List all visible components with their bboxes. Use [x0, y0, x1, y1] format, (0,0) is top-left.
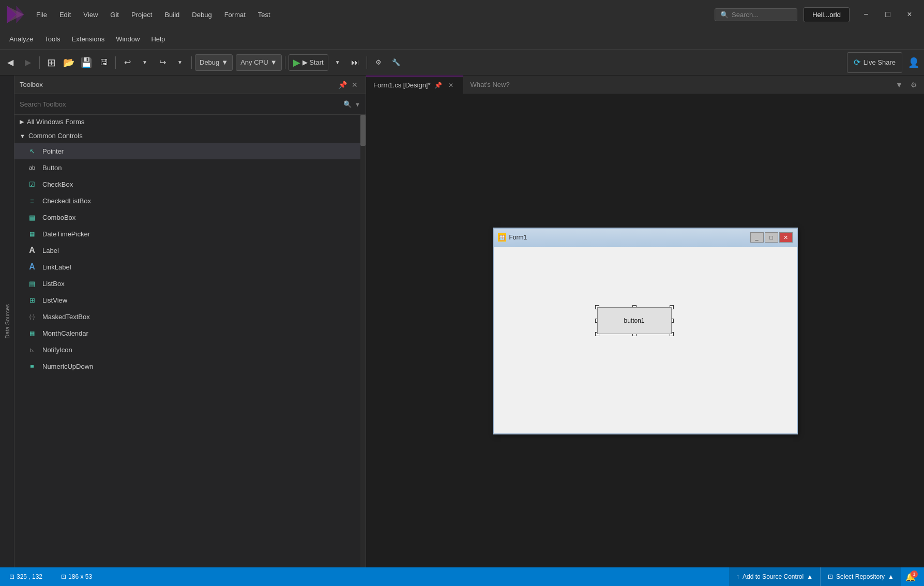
- listview-label: ListView: [42, 296, 67, 304]
- separator-1: [39, 56, 40, 69]
- menu-git[interactable]: Git: [105, 8, 124, 22]
- scrollbar-track[interactable]: [360, 115, 366, 567]
- toolbox-item-listview[interactable]: ⊞ ListView: [14, 292, 366, 308]
- cpu-config-dropdown[interactable]: Any CPU ▼: [236, 54, 281, 71]
- toolbox-title: Toolbox: [20, 81, 43, 88]
- menu-view[interactable]: View: [78, 8, 103, 22]
- linklabel-icon: A: [27, 262, 37, 272]
- position-icon: ⊡: [9, 573, 14, 580]
- maximize-button[interactable]: □: [877, 7, 898, 22]
- menu-format[interactable]: Format: [219, 8, 251, 22]
- tab-form1-label: Form1.cs [Design]*: [373, 81, 431, 89]
- open-button[interactable]: 📂: [60, 54, 77, 71]
- menu-analyze[interactable]: Analyze: [4, 32, 38, 46]
- search-box[interactable]: 🔍 Search...: [715, 8, 797, 21]
- debug-config-label: Debug: [200, 58, 219, 66]
- toolbox-item-pointer[interactable]: ↖ Pointer: [14, 143, 366, 159]
- separator-3: [191, 56, 192, 69]
- tab-settings-button[interactable]: ⚙: [907, 79, 920, 91]
- monthcalendar-icon: ▦: [27, 328, 37, 338]
- minimize-button[interactable]: −: [856, 7, 876, 22]
- form-titlebar: 🪟 Form1 _ □ ✕: [494, 229, 797, 247]
- toolbox-header-actions: 📌 ✕: [337, 79, 360, 91]
- menu-tools[interactable]: Tools: [39, 32, 65, 46]
- status-bar: ⊡ 325 , 132 ⊡ 186 x 53 ↑ Add to Source C…: [0, 567, 924, 586]
- tab-pin-button[interactable]: 📌: [434, 81, 443, 90]
- tab-whats-new[interactable]: What's New?: [463, 76, 517, 94]
- toolbox-item-listbox[interactable]: ▤ ListBox: [14, 275, 366, 292]
- toolbox-close-button[interactable]: ✕: [349, 79, 360, 91]
- toolbox-item-notifyicon[interactable]: ⊾ NotifyIcon: [14, 341, 366, 358]
- status-coordinates[interactable]: ⊡ 325 , 132: [4, 567, 48, 586]
- menu-file[interactable]: File: [31, 8, 52, 22]
- start-button[interactable]: ▶ ▶ Start: [289, 54, 328, 71]
- redo-dropdown[interactable]: ▼: [172, 54, 188, 71]
- repo-label: Select Repository: [836, 573, 885, 580]
- form-button1[interactable]: button1: [597, 307, 672, 334]
- notifyicon-icon: ⊾: [27, 344, 37, 355]
- undo-dropdown[interactable]: ▼: [137, 54, 153, 71]
- toolbox-item-checkedlistbox[interactable]: ≡ CheckedListBox: [14, 192, 366, 209]
- toolbox-item-numericupdown[interactable]: ≡ NumericUpDown: [14, 358, 366, 374]
- toolbox-search-input[interactable]: [20, 100, 340, 108]
- menu-help[interactable]: Help: [146, 32, 170, 46]
- menu-window[interactable]: Window: [111, 32, 145, 46]
- menu-project[interactable]: Project: [126, 8, 157, 22]
- toolbox-item-combobox[interactable]: ▤ ComboBox: [14, 209, 366, 226]
- diagnostic2-button[interactable]: 🔧: [388, 54, 404, 71]
- monthcalendar-label: MonthCalendar: [42, 329, 88, 337]
- notifications-button[interactable]: 🔔 1: [901, 567, 920, 586]
- status-dimensions[interactable]: ⊡ 186 x 53: [56, 567, 97, 586]
- menu-edit[interactable]: Edit: [54, 8, 76, 22]
- new-item-button[interactable]: ⊞: [43, 54, 59, 71]
- diagnostic-button[interactable]: ⚙: [370, 54, 387, 71]
- toolbox-pin-button[interactable]: 📌: [337, 79, 348, 91]
- redo-button[interactable]: ↪: [154, 54, 171, 71]
- toolbox-item-linklabel[interactable]: A LinkLabel: [14, 259, 366, 275]
- separator-2: [115, 56, 116, 69]
- back-button[interactable]: ◀: [2, 54, 19, 71]
- tab-close-button[interactable]: ✕: [446, 81, 456, 90]
- toolbox-item-monthcalendar[interactable]: ▦ MonthCalendar: [14, 325, 366, 341]
- tab-whats-new-label: What's New?: [471, 81, 510, 88]
- toolbox-item-maskedtextbox[interactable]: (·) MaskedTextBox: [14, 308, 366, 325]
- tab-form1-design[interactable]: Form1.cs [Design]* 📌 ✕: [366, 76, 463, 94]
- forward-button[interactable]: ▶: [20, 54, 36, 71]
- menu-debug[interactable]: Debug: [187, 8, 217, 22]
- save-button[interactable]: 💾: [78, 54, 95, 71]
- toolbox-item-label[interactable]: A Label: [14, 242, 366, 259]
- undo-button[interactable]: ↩: [119, 54, 135, 71]
- dimensions-text: 186 x 53: [68, 573, 92, 580]
- section-all-windows-forms[interactable]: ▶ All Windows Forms: [14, 115, 366, 129]
- form-close-button[interactable]: ✕: [779, 232, 793, 243]
- live-share-button[interactable]: ⟳ Live Share: [847, 52, 902, 73]
- menu-extensions[interactable]: Extensions: [67, 32, 110, 46]
- start-dropdown[interactable]: ▼: [329, 54, 346, 71]
- close-button[interactable]: ×: [899, 7, 920, 22]
- toolbox-item-datetimepicker[interactable]: ▦ DateTimePicker: [14, 226, 366, 242]
- toolbox-list: ▶ All Windows Forms ▼ Common Controls ↖ …: [14, 115, 366, 374]
- menu-row-2: Analyze Tools Extensions Window Help: [0, 29, 924, 50]
- section-common-controls[interactable]: ▼ Common Controls: [14, 129, 366, 143]
- button-icon: ab: [27, 162, 37, 173]
- title-bar: File Edit View Git Project Build Debug F…: [0, 0, 924, 29]
- source-control-label: Add to Source Control: [743, 573, 804, 580]
- toolbox-item-button[interactable]: ab Button: [14, 159, 366, 176]
- left-sidebar-tab[interactable]: Data Sources: [0, 76, 14, 567]
- profile-button[interactable]: 👤: [905, 54, 922, 71]
- step-over-button[interactable]: ⏭: [347, 54, 363, 71]
- save-all-button[interactable]: 🖫: [96, 54, 112, 71]
- add-source-control-button[interactable]: ↑ Add to Source Control ▲: [729, 567, 820, 586]
- scrollbar-thumb[interactable]: [360, 115, 366, 146]
- toolbox-item-checkbox[interactable]: ☑ CheckBox: [14, 176, 366, 192]
- form-minimize-button[interactable]: _: [750, 232, 764, 243]
- form-maximize-button[interactable]: □: [765, 232, 778, 243]
- select-repository-button[interactable]: ⊡ Select Repository ▲: [820, 567, 901, 586]
- form-designer: 🪟 Form1 _ □ ✕: [366, 94, 924, 567]
- menu-build[interactable]: Build: [159, 8, 185, 22]
- cpu-config-label: Any CPU: [240, 58, 268, 66]
- debug-config-dropdown[interactable]: Debug ▼: [195, 54, 233, 71]
- tab-dropdown-button[interactable]: ▼: [893, 79, 905, 91]
- menu-test[interactable]: Test: [253, 8, 276, 22]
- section-expand-icon: ▶: [20, 118, 24, 125]
